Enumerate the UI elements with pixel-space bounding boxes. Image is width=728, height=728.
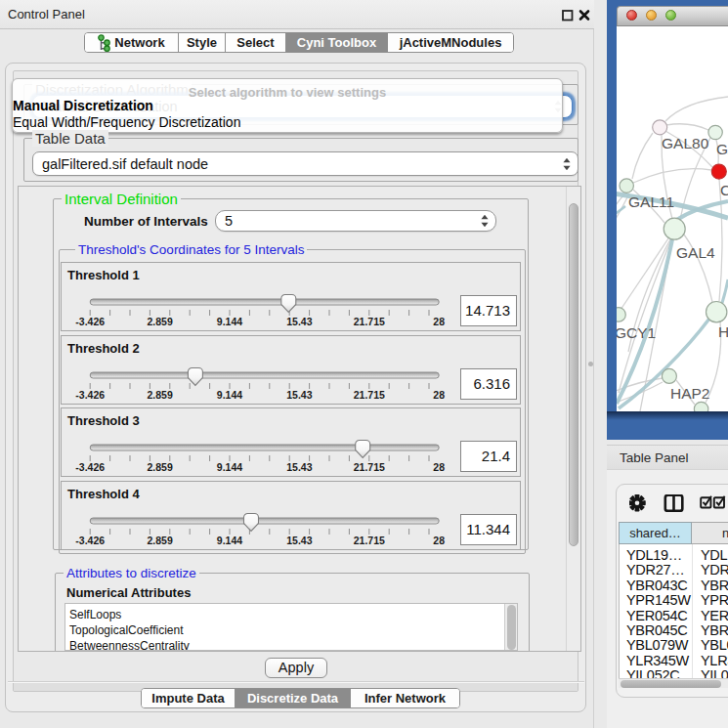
svg-text:15.43: 15.43 <box>286 316 312 327</box>
svg-text:-3.426: -3.426 <box>75 389 105 401</box>
svg-text:2.859: 2.859 <box>147 389 172 401</box>
svg-text:C: C <box>720 182 728 198</box>
svg-text:9.144: 9.144 <box>217 535 242 546</box>
svg-text:15.43: 15.43 <box>286 461 312 473</box>
svg-text:GA: GA <box>716 141 728 157</box>
svg-text:15.43: 15.43 <box>286 535 312 546</box>
svg-text:HAP2: HAP2 <box>670 385 710 402</box>
svg-text:GAL4: GAL4 <box>676 244 715 261</box>
svg-text:21.715: 21.715 <box>354 316 385 327</box>
svg-text:21.715: 21.715 <box>354 535 385 546</box>
svg-text:-3.426: -3.426 <box>75 461 105 473</box>
svg-text:H: H <box>718 323 728 340</box>
svg-text:28: 28 <box>433 389 445 401</box>
svg-text:15.43: 15.43 <box>286 389 312 401</box>
svg-text:-3.426: -3.426 <box>75 535 105 546</box>
svg-text:GCY1: GCY1 <box>617 324 656 341</box>
svg-text:2.859: 2.859 <box>147 316 172 327</box>
svg-text:2.859: 2.859 <box>147 461 172 473</box>
svg-text:GAL80: GAL80 <box>662 135 709 151</box>
svg-text:9.144: 9.144 <box>217 316 242 327</box>
svg-text:21.715: 21.715 <box>354 389 385 401</box>
svg-text:28: 28 <box>433 535 445 546</box>
svg-text:9.144: 9.144 <box>217 461 242 473</box>
svg-text:28: 28 <box>433 316 445 327</box>
svg-text:-3.426: -3.426 <box>75 316 105 327</box>
svg-text:9.144: 9.144 <box>217 389 242 401</box>
svg-text:28: 28 <box>433 461 445 473</box>
svg-text:GAL11: GAL11 <box>628 193 674 210</box>
svg-text:2.859: 2.859 <box>147 535 172 546</box>
svg-text:21.715: 21.715 <box>354 461 385 473</box>
